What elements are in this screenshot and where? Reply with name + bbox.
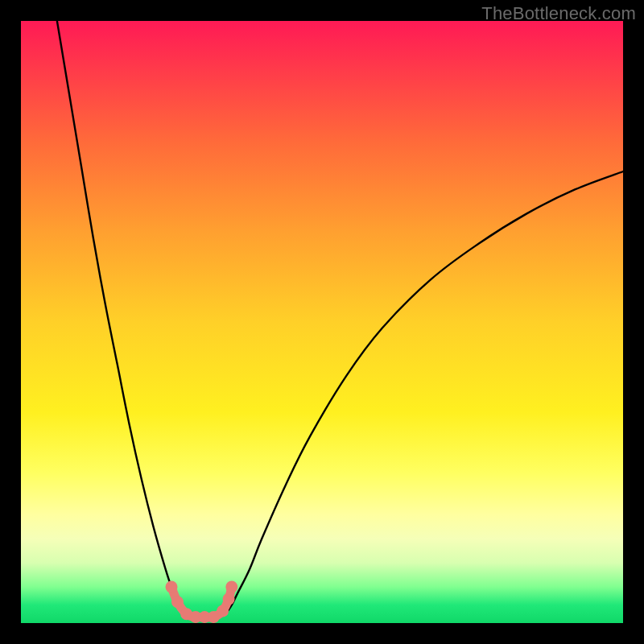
curve-right-branch (225, 171, 623, 614)
chart-svg (21, 21, 623, 623)
trough-dots-group (166, 581, 238, 623)
watermark-text: TheBottleneck.com (481, 3, 636, 24)
trough-dot (225, 581, 237, 593)
outer-frame: TheBottleneck.com (0, 0, 644, 644)
plot-area (21, 21, 623, 623)
trough-dot (171, 596, 184, 608)
trough-dot (223, 593, 235, 605)
trough-dot (217, 605, 229, 617)
trough-dot (166, 581, 178, 593)
curve-left-branch (57, 21, 190, 614)
